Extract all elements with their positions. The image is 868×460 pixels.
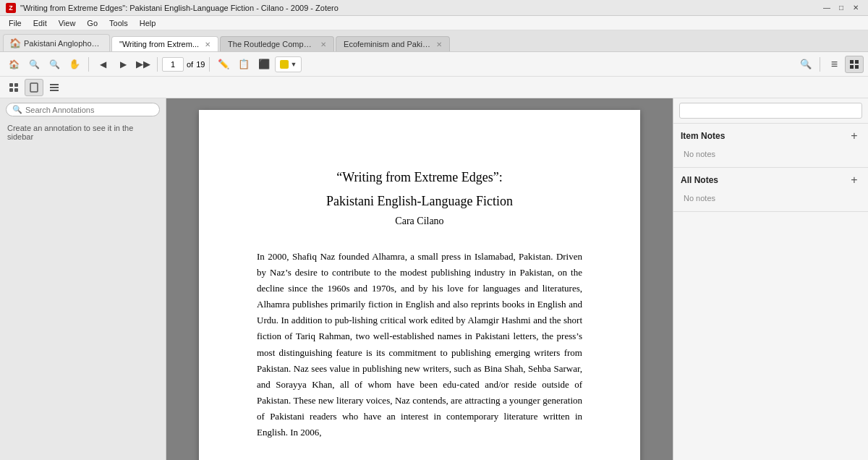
toolbar-crop-btn[interactable]: ⬛ [255, 56, 273, 73]
add-all-note-button[interactable]: + [848, 174, 861, 187]
main-layout: 🔍 Create an annotation to see it in the … [0, 98, 868, 460]
item-notes-section: Item Notes + No notes [673, 124, 868, 168]
toolbar-sep-4 [820, 57, 820, 72]
tab-2-close[interactable]: ✕ [320, 41, 326, 48]
all-notes-empty: No notes [681, 191, 861, 205]
pdf-body-text: In 2000, Shafiq Naz founded Alhamra, a s… [257, 249, 582, 440]
item-notes-title: Item Notes [681, 131, 725, 141]
search-annotations-box[interactable]: 🔍 [6, 103, 160, 116]
tab-1-label: "Writing from Extrem... [119, 40, 199, 48]
svg-rect-7 [14, 88, 18, 92]
search-annotations-input[interactable] [25, 106, 153, 114]
menu-go[interactable]: Go [81, 17, 103, 29]
toolbar-next2-btn[interactable]: ▶▶ [134, 56, 153, 73]
right-sidebar-search-area [673, 98, 868, 124]
tab-3[interactable]: Ecofeminism and Pakistani ... ✕ [336, 36, 450, 51]
toolbar-home-btn[interactable]: 🏠 [4, 56, 23, 73]
svg-rect-0 [850, 60, 854, 64]
add-item-note-button[interactable]: + [848, 129, 861, 142]
item-notes-header: Item Notes + [681, 129, 861, 142]
annotation-hint: Create an annotation to see it in the si… [0, 121, 166, 144]
pdf-viewer[interactable]: “Writing from Extreme Edges”: Pakistani … [166, 98, 673, 460]
toolbar-note-btn[interactable]: 📋 [234, 56, 253, 73]
app-icon: Z [6, 3, 16, 13]
toolbar-right: 🔍 ≡ [796, 56, 864, 73]
menu-edit[interactable]: Edit [27, 17, 53, 29]
page-input-group: of 19 [162, 57, 205, 72]
toolbar2-grid-btn[interactable] [4, 79, 23, 96]
toolbar-search-btn[interactable]: 🔍 [796, 56, 815, 73]
page-input[interactable] [162, 57, 184, 72]
svg-rect-6 [9, 88, 13, 92]
close-button[interactable]: ✕ [849, 1, 862, 14]
toolbar-sep-2 [157, 57, 158, 72]
toolbar2-single-btn[interactable] [25, 79, 43, 96]
tab-3-close[interactable]: ✕ [436, 41, 442, 48]
tabs-bar: 🏠 Pakistani Anglophone L... "Writing fro… [0, 30, 868, 52]
tab-1-close[interactable]: ✕ [205, 41, 210, 48]
toolbar-next-btn[interactable]: ▶ [114, 56, 132, 73]
svg-rect-5 [14, 83, 18, 87]
toolbar2-list-btn[interactable] [45, 79, 64, 96]
tab-2-label: The Routledge Companion ... [228, 40, 315, 48]
toolbar-2 [0, 77, 868, 98]
toolbar-hand-btn[interactable]: ✋ [65, 56, 84, 73]
svg-rect-4 [9, 83, 13, 87]
menu-file[interactable]: File [3, 17, 27, 29]
tab-home[interactable]: 🏠 Pakistani Anglophone L... [3, 34, 110, 51]
toolbar-1: 🏠 🔍 🔍 ✋ ◀ ▶ ▶▶ of 19 ✏️ 📋 ⬛ ▼ 🔍 ≡ [0, 52, 868, 77]
menu-help[interactable]: Help [134, 17, 162, 29]
toolbar-prev-btn[interactable]: ◀ [93, 56, 112, 73]
tab-3-label: Ecofeminism and Pakistani ... [344, 40, 430, 48]
svg-rect-10 [50, 87, 59, 88]
right-sidebar: Item Notes + No notes All Notes + No not… [673, 98, 868, 460]
page-separator: of [187, 60, 193, 69]
pdf-author: Cara Cilano [257, 216, 582, 227]
svg-rect-11 [50, 90, 59, 91]
right-sidebar-content: Item Notes + No notes All Notes + No not… [673, 124, 868, 460]
toolbar-annotate-btn[interactable]: ✏️ [214, 56, 233, 73]
window-controls: — □ ✕ [820, 1, 862, 14]
search-icon: 🔍 [12, 105, 22, 114]
menu-view[interactable]: View [53, 17, 82, 29]
pdf-page: “Writing from Extreme Edges”: Pakistani … [199, 110, 640, 460]
page-total: 19 [196, 60, 205, 69]
all-notes-header: All Notes + [681, 174, 861, 187]
toolbar-sidebar-list-btn[interactable]: ≡ [825, 56, 843, 73]
tab-1[interactable]: "Writing from Extrem... ✕ [111, 36, 218, 51]
svg-rect-1 [855, 60, 859, 64]
pdf-title-line2: Pakistani English-Language Fiction [257, 192, 582, 211]
toolbar-sep-3 [209, 57, 210, 72]
all-notes-title: All Notes [681, 175, 718, 185]
item-notes-empty: No notes [681, 147, 861, 161]
svg-rect-8 [30, 83, 38, 92]
svg-rect-2 [850, 65, 854, 69]
svg-rect-9 [50, 84, 59, 85]
tab-home-label: Pakistani Anglophone L... [24, 39, 103, 48]
title-bar-text: "Writing from Extreme Edges": Pakistani … [20, 4, 339, 12]
tab-2[interactable]: The Routledge Companion ... ✕ [220, 36, 334, 51]
toolbar-zoom-out-btn[interactable]: 🔍 [45, 56, 64, 73]
left-sidebar: 🔍 Create an annotation to see it in the … [0, 98, 166, 460]
title-bar: Z "Writing from Extreme Edges": Pakistan… [0, 0, 868, 16]
menu-bar: File Edit View Go Tools Help [0, 16, 868, 30]
svg-rect-3 [855, 65, 859, 69]
toolbar-sidebar-grid-btn[interactable] [845, 56, 864, 73]
menu-tools[interactable]: Tools [103, 17, 134, 29]
maximize-button[interactable]: □ [835, 1, 848, 14]
toolbar-sep-1 [88, 57, 89, 72]
all-notes-section: All Notes + No notes [673, 168, 868, 212]
pdf-title-line1: “Writing from Extreme Edges”: [257, 168, 582, 187]
color-picker-btn[interactable]: ▼ [275, 56, 302, 72]
toolbar-zoom-in-btn[interactable]: 🔍 [25, 56, 43, 73]
right-search-input[interactable] [679, 103, 862, 119]
minimize-button[interactable]: — [820, 1, 833, 14]
